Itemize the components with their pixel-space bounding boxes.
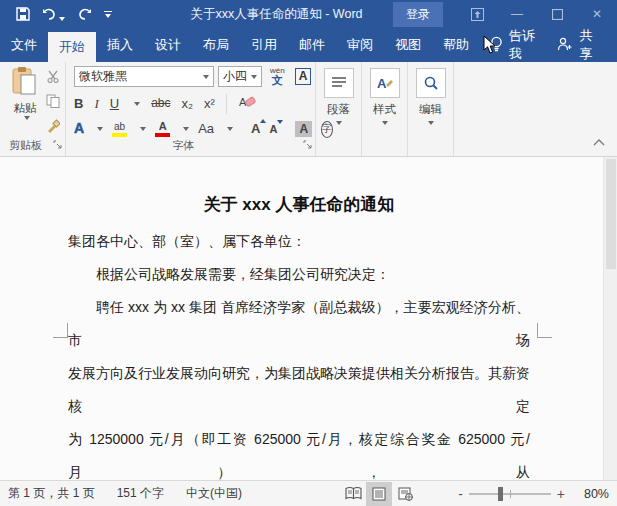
share-person-icon — [557, 37, 573, 54]
font-name-combo[interactable]: 微软雅黑 — [74, 66, 214, 87]
web-layout-icon[interactable] — [392, 482, 418, 506]
scrollbar-thumb[interactable] — [606, 159, 616, 269]
underline-dropdown-icon[interactable] — [134, 102, 140, 106]
tab-references[interactable]: 引用 — [240, 28, 288, 62]
character-border-icon[interactable]: A — [295, 68, 312, 85]
share-label: 共享 — [579, 27, 595, 63]
document-line: 集团各中心、部（室）、属下各单位： — [68, 225, 530, 258]
print-layout-icon[interactable] — [366, 482, 392, 506]
change-case-dropdown-icon[interactable] — [227, 127, 233, 131]
format-painter-icon[interactable] — [46, 119, 60, 136]
font-size-dropdown-icon — [251, 75, 257, 79]
cut-icon[interactable] — [46, 70, 60, 86]
change-case-button[interactable]: Aa — [198, 122, 214, 136]
search-icon — [416, 68, 446, 98]
underline-button[interactable]: U — [110, 97, 119, 111]
strikethrough-button[interactable]: abc — [151, 97, 170, 110]
maximize-button[interactable] — [537, 0, 577, 28]
shrink-font-button[interactable]: A — [269, 123, 277, 135]
tab-insert[interactable]: 插入 — [96, 28, 144, 62]
tab-view[interactable]: 视图 — [384, 28, 432, 62]
tell-me-label: 告诉我 — [509, 27, 535, 63]
read-mode-icon[interactable] — [340, 482, 366, 506]
subscript-button[interactable]: x₂ — [181, 97, 193, 111]
save-icon[interactable] — [16, 7, 30, 21]
tab-help[interactable]: 帮助 — [432, 28, 480, 62]
zoom-level[interactable]: 80% — [571, 487, 609, 501]
document-title: 关于 xxx 人事任命的通知 — [68, 193, 530, 216]
undo-button[interactable] — [42, 8, 65, 21]
tab-file[interactable]: 文件 — [0, 28, 48, 62]
paragraph-dropdown-icon — [336, 121, 342, 125]
clipboard-group: 粘贴 剪贴板 — [0, 62, 66, 156]
tab-layout[interactable]: 布局 — [192, 28, 240, 62]
text-effects-button[interactable]: A — [74, 121, 84, 136]
document-content: 关于 xxx 人事任命的通知 集团各中心、部（室）、属下各单位： 根据公司战略发… — [68, 157, 530, 480]
clear-formatting-icon[interactable]: A — [238, 95, 258, 114]
paragraph-group-collapsed[interactable]: 段落 — [316, 62, 362, 156]
vertical-scrollbar[interactable] — [603, 157, 617, 480]
window-controls: — ✕ — [457, 0, 617, 28]
zoom-out-button[interactable]: - — [452, 486, 469, 502]
undo-dropdown-icon[interactable] — [59, 17, 65, 21]
font-dialog-launcher-icon[interactable] — [303, 138, 312, 152]
minimize-button[interactable]: — — [497, 0, 537, 28]
styles-icon: A — [370, 68, 400, 98]
ribbon-tab-bar: 文件 开始 插入 设计 布局 引用 邮件 审阅 视图 帮助 告诉我 共享 — [0, 28, 617, 62]
document-line: 发展方向及行业发展动向研究，为集团战略决策提供相关分析报告。其薪资核定 — [68, 357, 530, 423]
redo-button[interactable] — [77, 8, 92, 21]
close-button[interactable]: ✕ — [577, 0, 617, 28]
status-bar: 第 1 页，共 1 页 151 个字 中文(中国) - + 80% — [0, 480, 617, 506]
styles-group-label: 样式 — [373, 102, 396, 117]
font-name-dropdown-icon — [203, 75, 209, 79]
font-size-combo[interactable]: 小四 — [218, 66, 262, 87]
paste-button[interactable]: 粘贴 — [6, 66, 44, 120]
font-group: 微软雅黑 小四 wén 文 A B I U abc x₂ x² A — [66, 62, 316, 156]
zoom-control: - + 80% — [452, 486, 609, 502]
document-line: 根据公司战略发展需要，经集团公司研究决定： — [68, 258, 530, 291]
sign-in-button[interactable]: 登录 — [393, 2, 443, 27]
document-page[interactable]: 关于 xxx 人事任命的通知 集团各中心、部（室）、属下各单位： 根据公司战略发… — [0, 157, 617, 480]
zoom-in-button[interactable]: + — [551, 486, 571, 502]
highlight-color-button[interactable]: ab — [112, 122, 127, 137]
ribbon-display-options-icon[interactable] — [457, 0, 497, 28]
word-count[interactable]: 151 个字 — [117, 485, 164, 502]
customize-quick-access-icon[interactable] — [104, 11, 112, 18]
zoom-slider-handle[interactable] — [498, 487, 503, 501]
superscript-button[interactable]: x² — [204, 97, 215, 111]
phonetic-guide-icon[interactable]: wén 文 — [270, 67, 285, 86]
tab-home[interactable]: 开始 — [48, 32, 96, 62]
grow-font-button[interactable]: A — [251, 122, 260, 136]
paste-dropdown-icon[interactable] — [24, 116, 30, 120]
clipboard-group-label: 剪贴板 — [0, 138, 51, 153]
highlight-dropdown-icon[interactable] — [140, 127, 146, 131]
window-title: 关于xxx人事任命的通知 - Word — [160, 6, 393, 23]
page-indicator[interactable]: 第 1 页，共 1 页 — [8, 485, 95, 502]
font-size-value: 小四 — [223, 68, 247, 85]
paragraph-group-label: 段落 — [327, 102, 350, 117]
paste-clipboard-icon — [12, 66, 38, 99]
font-group-label: 字体 — [66, 138, 301, 153]
title-bar: 关于xxx人事任命的通知 - Word 登录 — ✕ — [0, 0, 617, 28]
tab-mailings[interactable]: 邮件 — [288, 28, 336, 62]
styles-group-collapsed[interactable]: A 样式 — [362, 62, 408, 156]
clipboard-dialog-launcher-icon[interactable] — [53, 138, 62, 152]
tab-design[interactable]: 设计 — [144, 28, 192, 62]
text-effects-dropdown-icon[interactable] — [97, 127, 103, 131]
editing-group-collapsed[interactable]: 编辑 — [408, 62, 454, 156]
character-shading-button[interactable]: A — [295, 121, 312, 137]
share-button[interactable]: 共享 — [545, 28, 607, 62]
document-line: 为 1250000 元/月（即工资 625000 元/月，核定综合奖金 6250… — [68, 423, 530, 480]
font-color-button[interactable]: A — [155, 121, 170, 137]
italic-button[interactable]: I — [94, 97, 98, 111]
language-indicator[interactable]: 中文(中国) — [186, 485, 242, 502]
copy-icon[interactable] — [46, 94, 60, 111]
tab-review[interactable]: 审阅 — [336, 28, 384, 62]
mouse-cursor — [483, 35, 497, 58]
zoom-slider[interactable] — [469, 493, 551, 495]
ribbon: 粘贴 剪贴板 微软雅黑 小四 — [0, 62, 617, 157]
font-color-dropdown-icon[interactable] — [183, 127, 189, 131]
collapse-ribbon-icon[interactable] — [593, 136, 605, 150]
editing-dropdown-icon — [428, 121, 434, 125]
bold-button[interactable]: B — [74, 97, 83, 111]
